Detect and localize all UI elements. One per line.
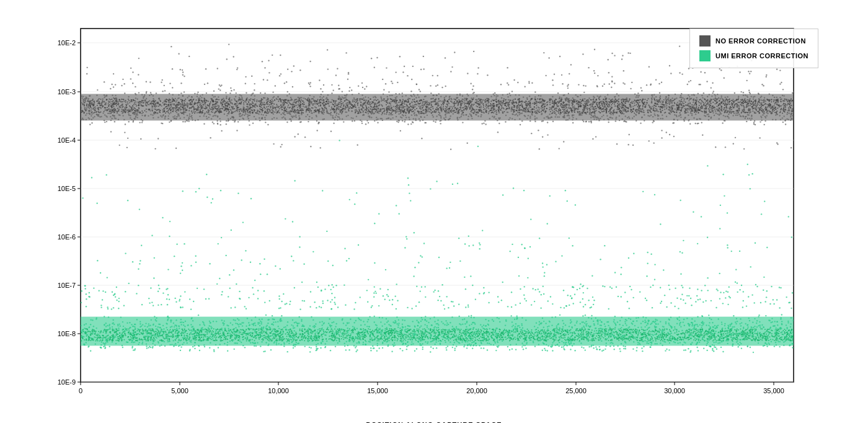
svg-point-3962 [723, 103, 724, 104]
svg-point-8426 [730, 297, 731, 298]
svg-point-7600 [769, 327, 771, 329]
svg-point-1500 [750, 71, 751, 72]
svg-point-350 [254, 111, 255, 112]
svg-point-2832 [700, 71, 701, 73]
svg-point-5189 [293, 111, 294, 112]
svg-point-4624 [504, 103, 505, 104]
svg-point-4908 [454, 107, 456, 109]
svg-point-7928 [717, 324, 719, 326]
svg-point-4613 [409, 107, 410, 108]
svg-point-6695 [428, 322, 429, 323]
svg-point-6355 [180, 319, 182, 320]
svg-point-2267 [693, 102, 694, 103]
svg-point-4621 [140, 112, 141, 113]
svg-point-9005 [722, 329, 723, 330]
svg-point-3906 [88, 105, 89, 106]
svg-point-665 [661, 130, 662, 131]
svg-point-7755 [521, 342, 523, 344]
svg-point-7856 [559, 314, 560, 316]
svg-point-11043 [637, 329, 638, 331]
svg-point-6584 [159, 345, 161, 347]
svg-point-8291 [153, 324, 154, 326]
svg-point-5416 [732, 100, 733, 102]
svg-point-8637 [716, 327, 717, 328]
svg-point-8489 [702, 324, 704, 325]
svg-point-10594 [118, 340, 120, 341]
svg-point-10043 [270, 329, 272, 330]
svg-point-6281 [175, 319, 177, 321]
svg-point-7971 [763, 345, 764, 347]
svg-point-10154 [95, 331, 97, 332]
svg-point-4138 [735, 103, 737, 104]
legend-label-no-correction: NO ERROR CORRECTION [715, 37, 806, 45]
svg-point-8805 [396, 330, 397, 331]
svg-point-5333 [767, 106, 768, 107]
svg-point-9684 [379, 332, 380, 333]
svg-point-5656 [252, 105, 254, 107]
svg-point-4688 [262, 99, 264, 100]
svg-point-3764 [339, 102, 340, 103]
svg-point-7763 [273, 321, 274, 323]
svg-point-9936 [676, 331, 677, 332]
svg-point-1676 [203, 115, 205, 117]
svg-point-3874 [565, 110, 567, 112]
svg-point-9809 [417, 329, 418, 330]
svg-point-7253 [148, 329, 149, 331]
svg-point-11561 [388, 333, 389, 334]
svg-point-7121 [721, 321, 722, 323]
svg-point-7064 [680, 298, 681, 300]
svg-point-10978 [328, 329, 329, 331]
svg-point-8734 [574, 331, 575, 332]
svg-point-2176 [359, 100, 360, 101]
svg-point-8220 [126, 342, 128, 343]
svg-point-8776 [757, 334, 758, 336]
svg-point-2600 [594, 48, 595, 50]
svg-point-10089 [205, 336, 206, 337]
svg-point-3359 [445, 100, 446, 102]
svg-point-2453 [473, 92, 474, 93]
svg-point-7940 [669, 288, 670, 290]
svg-point-1886 [104, 81, 105, 82]
svg-point-3645 [249, 100, 250, 101]
svg-point-9551 [505, 336, 507, 337]
svg-point-1735 [213, 96, 214, 97]
svg-point-10731 [760, 334, 761, 336]
svg-point-5879 [112, 292, 113, 293]
svg-point-6819 [283, 293, 284, 295]
svg-point-5446 [252, 112, 253, 113]
svg-point-6590 [555, 345, 556, 346]
svg-point-10371 [753, 334, 754, 336]
svg-point-8567 [653, 321, 654, 322]
svg-point-7717 [705, 300, 706, 301]
svg-point-2033 [718, 97, 719, 99]
svg-point-2359 [652, 105, 653, 107]
svg-point-5512 [560, 112, 562, 114]
svg-point-2246 [792, 115, 793, 116]
svg-point-5647 [542, 100, 543, 102]
svg-point-1972 [420, 69, 422, 70]
svg-point-7041 [521, 317, 523, 318]
svg-point-7618 [745, 323, 746, 324]
svg-point-3327 [135, 104, 136, 105]
svg-point-5659 [639, 107, 640, 108]
svg-point-2571 [91, 119, 92, 120]
svg-point-11244 [198, 333, 199, 334]
svg-point-2726 [627, 144, 629, 145]
svg-point-7966 [191, 318, 192, 319]
svg-point-11440 [704, 334, 706, 336]
svg-point-10211 [112, 341, 113, 342]
svg-point-9922 [104, 329, 105, 330]
svg-point-8127 [689, 324, 690, 325]
svg-point-1250 [112, 95, 113, 96]
svg-point-4791 [142, 100, 143, 101]
svg-point-3525 [788, 109, 789, 110]
svg-point-3810 [774, 112, 776, 113]
svg-point-10808 [268, 341, 270, 342]
svg-point-5472 [231, 102, 232, 104]
svg-point-3726 [256, 101, 257, 102]
svg-point-11247 [622, 339, 624, 340]
svg-point-1817 [559, 56, 560, 57]
svg-point-6434 [661, 301, 662, 302]
svg-point-11236 [188, 336, 190, 337]
svg-point-10938 [280, 337, 281, 339]
